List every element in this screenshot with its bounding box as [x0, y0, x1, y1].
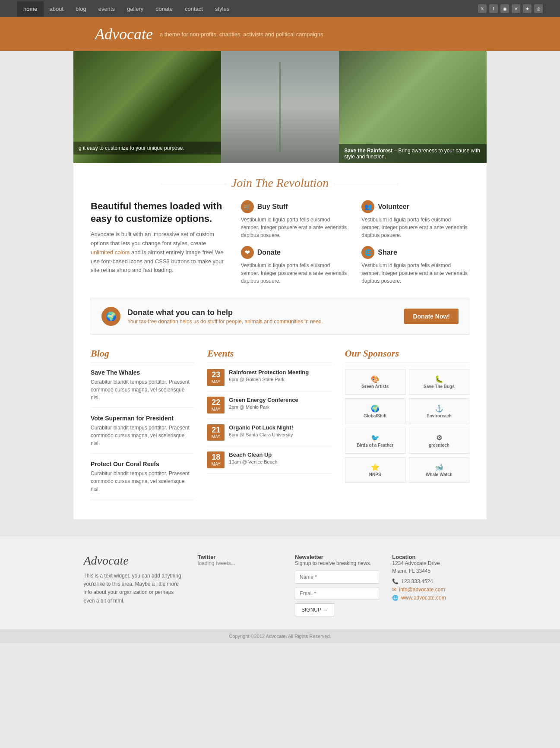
footer-about-text: This is a text widget, you can add anyth…	[84, 572, 185, 605]
rss-icon[interactable]: ◎	[534, 4, 543, 13]
main-wrapper: g it easy to customize to your unique pu…	[0, 51, 560, 537]
footer-location-col: Location 1234 Advocate Drive Miami, FL 3…	[392, 554, 476, 616]
sponsor-green-artists[interactable]: 🎨 Green Artists	[345, 369, 405, 395]
event-2-title[interactable]: Green Energy Conference	[229, 397, 298, 403]
newsletter-name-input[interactable]	[295, 571, 379, 584]
feature-share-desc: Vestibulum id ligula porta felis euismod…	[361, 262, 469, 285]
blog-title: Blog	[91, 348, 194, 363]
join-body: Advocate is built with an impressive set…	[91, 230, 228, 275]
blog-post-3: Protect Our Coral Reefs Curabitur blandi…	[91, 461, 194, 499]
blog-post-1-excerpt: Curabitur blandit tempus porttitor. Prae…	[91, 378, 194, 401]
donate-banner: 🌍 Donate what you can to help Your tax-f…	[91, 298, 469, 335]
event-4-title[interactable]: Beach Clean Up	[229, 451, 277, 458]
feature-donate: ❤ Donate Vestibulum id ligula porta feli…	[241, 246, 349, 285]
hero-slide-1[interactable]: g it easy to customize to your unique pu…	[73, 51, 221, 163]
hero-caption-2: Save the Rainforest – Bring awareness to…	[339, 144, 487, 163]
donate-text: Donate what you can to help Your tax-fre…	[127, 308, 397, 325]
nav-about[interactable]: about	[44, 1, 70, 16]
feature-volunteer-desc: Vestibulum id ligula porta felis euismod…	[361, 216, 469, 239]
nav-donate[interactable]: donate	[149, 1, 179, 16]
feature-donate-desc: Vestibulum id ligula porta felis euismod…	[241, 262, 349, 285]
event-4: 18 May Beach Clean Up 10am @ Venice Beac…	[207, 451, 332, 474]
feature-buy: 🛒 Buy Stuff Vestibulum id ligula porta f…	[241, 200, 349, 239]
newsletter-email-input[interactable]	[295, 587, 379, 600]
sponsors-title: Our Sponsors	[345, 348, 469, 363]
nav-contact[interactable]: contact	[179, 1, 209, 16]
feature-buy-title: Buy Stuff	[257, 203, 288, 211]
blog-post-3-title[interactable]: Protect Our Coral Reefs	[91, 461, 194, 467]
event-2-date: 22 May	[207, 397, 225, 413]
feature-share-title: Share	[378, 249, 397, 256]
feature-volunteer: 👥 Volunteer Vestibulum id ligula porta f…	[361, 200, 469, 239]
sponsors-grid: 🎨 Green Artists 🐛 Save The Bugs 🌍	[345, 369, 469, 483]
nav-events[interactable]: events	[92, 1, 121, 16]
event-2-detail: 2pm @ Menlo Park	[229, 404, 298, 410]
share-icon: 🌐	[361, 246, 374, 259]
nav-blog[interactable]: blog	[70, 1, 92, 16]
vimeo-icon[interactable]: V	[512, 4, 520, 13]
blog-post-3-excerpt: Curabitur blandit tempus porttitor. Prae…	[91, 470, 194, 493]
donate-subtext: Your tax-free donation helps us do stuff…	[127, 319, 397, 325]
nav-bar: home about blog events gallery donate co…	[0, 0, 560, 17]
event-3-date: 21 May	[207, 424, 225, 441]
footer-location-title: Location	[392, 554, 476, 560]
nav-social: 𝕏 f ◉ V ★ ◎	[478, 4, 543, 13]
website-icon: 🌐	[392, 595, 399, 601]
footer-phone: 123.333.4524	[401, 578, 433, 584]
buy-icon: 🛒	[241, 200, 254, 213]
feature-share: 🌐 Share Vestibulum id ligula porta felis…	[361, 246, 469, 285]
donate-icon: ❤	[241, 246, 254, 259]
footer-newsletter-col: Newsletter Signup to receive breaking ne…	[295, 554, 379, 616]
site-tagline: a theme for non-profits, charities, acti…	[160, 31, 323, 38]
blog-post-2-title[interactable]: Vote Superman for President	[91, 415, 194, 422]
nav-gallery[interactable]: gallery	[121, 1, 149, 16]
sponsor-nnps[interactable]: ⭐ NNPS	[345, 457, 405, 483]
sponsor-whale-watch[interactable]: 🐋 Whale Watch	[409, 457, 469, 483]
footer-newsletter-desc: Signup to receive breaking news.	[295, 560, 379, 566]
flickr-icon[interactable]: ◉	[500, 4, 509, 13]
sponsor-birds[interactable]: 🐦 Birds of a Feather	[345, 428, 405, 454]
event-3-title[interactable]: Organic Pot Luck Night!	[229, 424, 293, 431]
footer-address2: Miami, FL 33445	[392, 568, 476, 574]
content-box: g it easy to customize to your unique pu…	[73, 51, 487, 519]
blog-post-2: Vote Superman for President Curabitur bl…	[91, 415, 194, 454]
email-icon: ✉	[392, 587, 396, 593]
bookmark-icon[interactable]: ★	[523, 4, 532, 13]
feature-volunteer-title: Volunteer	[378, 203, 409, 211]
donate-globe-icon: 🌍	[101, 307, 120, 326]
newsletter-signup-button[interactable]: SIGNUP →	[295, 603, 334, 616]
sponsor-enviroreach[interactable]: ⚓ Enviroreach	[409, 398, 469, 424]
sponsor-globalshift[interactable]: 🌍 GlobalShift	[345, 398, 405, 424]
blog-post-1-title[interactable]: Save The Whales	[91, 369, 194, 376]
nav-home[interactable]: home	[17, 1, 44, 16]
twitter-icon[interactable]: 𝕏	[478, 4, 487, 13]
event-2: 22 May Green Energy Conference 2pm @ Men…	[207, 397, 332, 419]
donate-now-button[interactable]: Donate Now!	[404, 309, 459, 324]
footer-twitter-col: Twitter loading tweets...	[198, 554, 282, 616]
footer-twitter-loading: loading tweets...	[198, 560, 282, 566]
footer-email[interactable]: info@advocate.com	[399, 587, 445, 593]
nav-styles[interactable]: styles	[209, 1, 235, 16]
join-content: Beautiful themes loaded with easy to cus…	[91, 200, 469, 285]
feature-donate-title: Donate	[257, 249, 281, 256]
blog-post-2-excerpt: Curabitur blandit tempus porttitor. Prae…	[91, 424, 194, 447]
donate-heading: Donate what you can to help	[127, 308, 397, 317]
join-features: 🛒 Buy Stuff Vestibulum id ligula porta f…	[241, 200, 469, 285]
footer-website[interactable]: www.advocate.com	[401, 595, 446, 601]
sponsor-save-bugs[interactable]: 🐛 Save The Bugs	[409, 369, 469, 395]
hero-slide-2[interactable]	[221, 51, 339, 163]
sponsor-greentech[interactable]: ⚙ greentech	[409, 428, 469, 454]
event-4-date: 18 May	[207, 451, 225, 468]
footer-copyright: Copyright ©2012 Advocate. All Rights Res…	[0, 629, 560, 643]
facebook-icon[interactable]: f	[489, 4, 498, 13]
volunteer-icon: 👥	[361, 200, 374, 213]
events-title: Events	[207, 348, 332, 363]
events-column: Events 23 May Rainforest Protection Meet…	[207, 348, 332, 506]
unlimited-colors-link[interactable]: unlimited colors	[91, 249, 130, 256]
join-left: Beautiful themes loaded with easy to cus…	[91, 200, 228, 285]
hero-slide-3[interactable]: Save the Rainforest – Bring awareness to…	[339, 51, 487, 163]
phone-icon: 📞	[392, 578, 399, 584]
event-1-title[interactable]: Rainforest Protection Meeting	[229, 369, 309, 376]
event-3-detail: 6pm @ Santa Clara University	[229, 432, 293, 437]
nav-links: home about blog events gallery donate co…	[17, 1, 235, 16]
